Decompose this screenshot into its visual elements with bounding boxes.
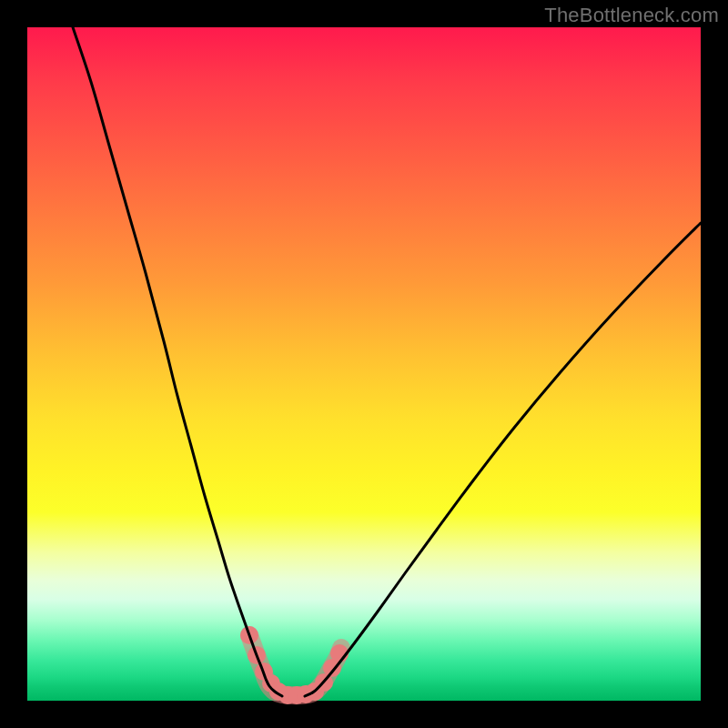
- valley-marker-series: [240, 626, 349, 704]
- right-branch-series: [305, 223, 701, 696]
- chart-svg: [27, 27, 701, 701]
- chart-frame: TheBottleneck.com: [0, 0, 728, 728]
- left-branch-series: [73, 27, 282, 696]
- watermark-text: TheBottleneck.com: [544, 4, 719, 27]
